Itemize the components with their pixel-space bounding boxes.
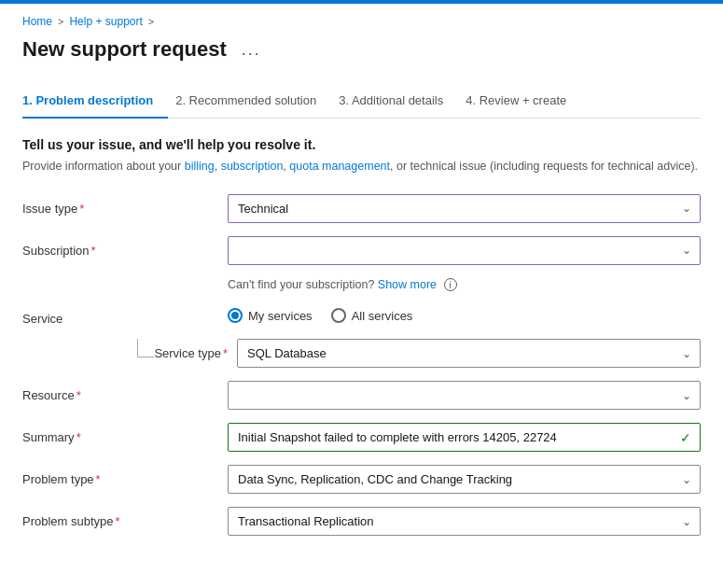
summary-select[interactable]: Initial Snapshot failed to complete with…	[228, 423, 701, 452]
issue-type-row: Issue type* Technical ⌄	[22, 194, 701, 223]
service-control: My services All services	[228, 304, 701, 323]
problem-subtype-select[interactable]: Transactional Replication	[228, 507, 701, 536]
issue-type-required: *	[79, 202, 84, 216]
subscription-select[interactable]	[228, 236, 701, 265]
breadcrumb-home[interactable]: Home	[22, 15, 52, 28]
problem-type-select[interactable]: Data Sync, Replication, CDC and Change T…	[228, 465, 701, 494]
problem-type-control: Data Sync, Replication, CDC and Change T…	[228, 465, 701, 494]
problem-subtype-required: *	[116, 514, 120, 528]
issue-type-select[interactable]: Technical	[228, 194, 701, 223]
cant-find-text: Can't find your subscription?	[228, 278, 374, 291]
summary-check-icon: ✓	[680, 430, 691, 445]
problem-subtype-row: Problem subtype* Transactional Replicati…	[22, 507, 701, 536]
service-row: Service My services All services	[22, 304, 701, 326]
step-2[interactable]: 2. Recommended solution	[175, 84, 331, 119]
subscription-label: Subscription*	[22, 236, 228, 258]
summary-control: Initial Snapshot failed to complete with…	[228, 423, 701, 452]
page-title: New support request	[22, 37, 227, 62]
service-type-label: Service type*	[154, 346, 228, 368]
steps-nav: 1. Problem description 2. Recommended so…	[22, 84, 701, 119]
ellipsis-button[interactable]: ...	[236, 38, 267, 62]
service-label: Service	[22, 304, 228, 326]
info-icon: i	[444, 278, 457, 291]
step-4[interactable]: 4. Review + create	[466, 84, 581, 119]
resource-select[interactable]	[228, 381, 701, 410]
problem-subtype-control: Transactional Replication ⌄	[228, 507, 701, 536]
resource-required: *	[76, 388, 81, 402]
step-3[interactable]: 3. Additional details	[339, 84, 458, 119]
my-services-label: My services	[248, 309, 313, 323]
resource-control: ⌄	[228, 381, 701, 410]
issue-type-label: Issue type*	[22, 194, 228, 216]
description-text: Provide information about your billing, …	[22, 158, 701, 175]
resource-row: Resource* ⌄	[22, 381, 701, 410]
my-services-radio[interactable]	[228, 308, 243, 323]
subscription-control: ⌄	[228, 236, 701, 265]
resource-label: Resource*	[22, 381, 228, 402]
breadcrumb-sep1: >	[58, 16, 63, 27]
issue-type-control: Technical ⌄	[228, 194, 701, 223]
quota-link[interactable]: quota management	[289, 160, 390, 173]
service-radio-group: My services All services	[228, 304, 701, 323]
my-services-option[interactable]: My services	[228, 308, 313, 323]
problem-type-row: Problem type* Data Sync, Replication, CD…	[22, 465, 701, 494]
problem-subtype-label: Problem subtype*	[22, 507, 228, 528]
subscription-row: Subscription* ⌄	[22, 236, 701, 265]
all-services-label: All services	[352, 309, 413, 323]
cant-find-row: Can't find your subscription? Show more …	[22, 278, 701, 292]
breadcrumb-sep2: >	[148, 16, 154, 27]
breadcrumb: Home > Help + support >	[22, 15, 701, 28]
summary-row: Summary* Initial Snapshot failed to comp…	[22, 423, 701, 452]
all-services-option[interactable]: All services	[331, 308, 413, 323]
subscription-link[interactable]: subscription	[221, 160, 284, 173]
problem-type-required: *	[96, 472, 101, 486]
subscription-required: *	[91, 244, 96, 258]
step-1[interactable]: 1. Problem description	[22, 84, 168, 119]
summary-label: Summary*	[22, 423, 228, 444]
summary-required: *	[76, 430, 81, 444]
section-title: Tell us your issue, and we'll help you r…	[22, 137, 701, 152]
billing-link[interactable]: billing	[185, 160, 215, 173]
service-type-control: SQL Database ⌄	[228, 339, 701, 368]
all-services-radio[interactable]	[331, 308, 346, 323]
show-more-link[interactable]: Show more	[378, 278, 437, 291]
problem-type-label: Problem type*	[22, 465, 228, 486]
service-type-section: Service type* SQL Database ⌄	[22, 339, 701, 368]
breadcrumb-help-support[interactable]: Help + support	[69, 15, 142, 28]
service-type-select[interactable]: SQL Database	[237, 339, 701, 368]
